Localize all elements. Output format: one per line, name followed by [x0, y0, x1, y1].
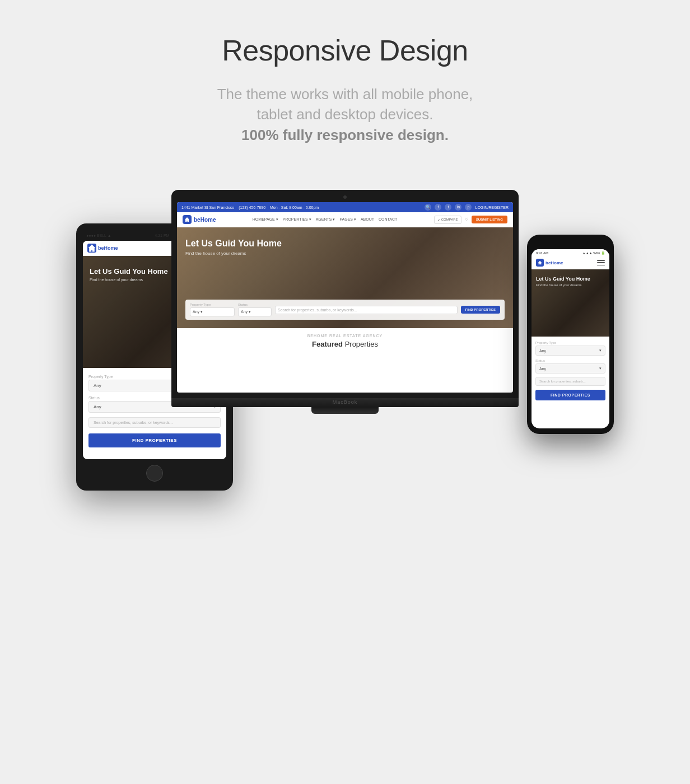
nav-about[interactable]: ABOUT — [361, 217, 374, 222]
laptop-nav-items: HOMEPAGE ▾ PROPERTIES ▾ AGENTS ▾ PAGES ▾… — [253, 217, 398, 222]
phone-hero: Let Us Guid You Home Find the house of y… — [532, 269, 609, 337]
tablet-search-placeholder: Search for properties, suburbs, or keywo… — [94, 421, 173, 424]
desc-line2: tablet and desktop devices. — [257, 106, 433, 123]
laptop-screen: 1441 Market St San Francisco (123) 456-7… — [177, 202, 513, 393]
phone-navbar: beHome — [532, 256, 609, 269]
laptop-navbar: beHome HOMEPAGE ▾ PROPERTIES ▾ AGENTS ▾ … — [177, 212, 513, 227]
phone-search-input[interactable]: Search for properties, suburb... — [535, 377, 605, 386]
laptop-device: 1441 Market St San Francisco (123) 456-7… — [171, 190, 519, 414]
laptop-find-properties-button[interactable]: FIND PROPERTIES — [461, 306, 500, 314]
laptop-login[interactable]: LOGIN/REGISTER — [475, 206, 509, 209]
tablet-hero-subtitle: Find the house of your dreams — [90, 278, 168, 282]
phone-find-properties-button[interactable]: FIND PROPERTIES — [535, 390, 605, 400]
pinterest-icon[interactable]: p — [465, 204, 472, 211]
laptop-base — [171, 398, 519, 407]
tablet-property-type-value: Any — [94, 383, 101, 388]
laptop-hero: Let Us Guid You Home Find the house of y… — [177, 227, 513, 328]
laptop-property-type-select[interactable]: Any ▾ — [190, 307, 235, 316]
laptop-search-input[interactable]: Search for properties, suburbs, or keywo… — [275, 306, 458, 314]
laptop-nav-utils: ✓ COMPARE ♡ SUBMIT LISTING — [434, 216, 507, 224]
menu-line-p2 — [597, 262, 605, 263]
phone-signal-icons: ▲▲▲ WiFi 🔋 — [582, 251, 605, 255]
phone-hero-subtitle: Find the house of your dreams — [536, 283, 590, 287]
phone-hero-content: Let Us Guid You Home Find the house of y… — [536, 276, 590, 287]
laptop-status-label: Status — [238, 303, 272, 306]
laptop-logo: beHome — [183, 215, 216, 224]
tablet-logo: beHome — [87, 244, 118, 253]
phone-logo: beHome — [536, 259, 563, 267]
menu-line-p1 — [597, 260, 605, 261]
compare-label: COMPARE — [441, 218, 458, 221]
phone-notch — [554, 240, 588, 247]
nav-agents[interactable]: AGENTS ▾ — [316, 217, 335, 222]
laptop-status-select[interactable]: Any ▾ — [238, 307, 272, 316]
laptop-search-placeholder: Search for properties, suburbs, or keywo… — [278, 308, 357, 312]
twitter-icon[interactable]: t — [445, 204, 451, 211]
laptop-hero-content: Let Us Guid You Home Find the house of y… — [185, 239, 282, 264]
tablet-search-input[interactable]: Search for properties, suburbs, or keywo… — [88, 417, 221, 428]
laptop-keyword-area: Search for properties, suburbs, or keywo… — [275, 306, 458, 314]
chevron-down-icon-phone: ▾ — [599, 348, 602, 353]
tablet-home-button[interactable] — [146, 465, 163, 482]
featured-bold: Properties — [343, 340, 378, 348]
phone-screen: 9:41 AM ▲▲▲ WiFi 🔋 beHome — [532, 249, 609, 428]
phone-menu-icon[interactable] — [597, 260, 605, 265]
laptop-topbar-left: 1441 Market St San Francisco (123) 456-7… — [181, 206, 319, 209]
phone-logo-text: beHome — [546, 260, 563, 265]
tablet-status-value: Any — [94, 404, 101, 409]
phone-home-icon — [538, 260, 542, 265]
compare-button[interactable]: ✓ COMPARE — [434, 216, 461, 224]
laptop-hours: Mon - Sat: 8:00am - 6:00pm — [270, 206, 319, 209]
laptop-topbar-right: 🔍 f t in p LOGIN/REGISTER — [425, 204, 509, 211]
facebook-icon[interactable]: f — [435, 204, 441, 211]
phone-search-area: Property Type Any ▾ Status Any ▾ Search … — [532, 337, 609, 405]
laptop-logo-icon — [183, 215, 192, 224]
laptop-status-val: Any — [241, 310, 248, 314]
laptop-hero-subtitle: Find the house of your dreams — [185, 251, 282, 256]
home-logo-icon — [184, 217, 190, 222]
phone-hero-title: Let Us Guid You Home — [536, 276, 590, 282]
menu-line-p3 — [597, 265, 605, 266]
laptop-hero-title: Let Us Guid You Home — [185, 239, 282, 249]
chevron-down-icon-phone-2: ▾ — [599, 366, 602, 371]
laptop-search-bar: Property Type Any ▾ Status Any ▾ — [185, 300, 505, 320]
home-icon — [87, 244, 96, 253]
tablet-hero-content: Let Us Guid You Home Find the house of y… — [90, 267, 168, 282]
desc-bold: 100% fully responsive design. — [241, 127, 449, 143]
sub-description: The theme works with all mobile phone, t… — [217, 84, 473, 145]
phone-status-label: Status — [535, 359, 605, 362]
wishlist-icon[interactable]: ♡ — [465, 217, 468, 222]
submit-listing-button[interactable]: SUBMIT LISTING — [472, 216, 507, 223]
search-icon-topbar[interactable]: 🔍 — [425, 204, 431, 211]
phone-status-bar: 9:41 AM ▲▲▲ WiFi 🔋 — [532, 249, 609, 256]
tablet-time: 4:21 PM — [155, 234, 169, 237]
tablet-carrier: ●●●● BELL ▲ — [86, 234, 111, 237]
phone-search-placeholder: Search for properties, suburb... — [539, 380, 586, 383]
laptop-search-area-inner: Property Type Any ▾ — [190, 303, 235, 316]
laptop-featured-title: Featured Properties — [177, 340, 513, 353]
nav-properties[interactable]: PROPERTIES ▾ — [283, 217, 311, 222]
compare-icon: ✓ — [437, 218, 440, 222]
phone-device: 9:41 AM ▲▲▲ WiFi 🔋 beHome — [527, 235, 614, 434]
phone-time: 9:41 AM — [536, 251, 548, 255]
laptop-topbar: 1441 Market St San Francisco (123) 456-7… — [177, 202, 513, 212]
laptop-camera — [343, 195, 347, 199]
laptop-status-area: Status Any ▾ — [238, 303, 272, 316]
laptop-property-type-label: Property Type — [190, 303, 235, 306]
nav-homepage[interactable]: HOMEPAGE ▾ — [253, 217, 278, 222]
laptop-property-type-val: Any — [193, 310, 199, 314]
laptop-agency-label: BEHOME REAL ESTATE AGENCY — [177, 328, 513, 340]
phone-status-select[interactable]: Any ▾ — [535, 363, 605, 374]
phone-status-value: Any — [539, 367, 546, 371]
devices-container: ●●●● BELL ▲ 4:21 PM 100% beHo — [65, 190, 625, 515]
phone-logo-icon — [536, 259, 544, 267]
nav-contact[interactable]: CONTACT — [379, 217, 397, 222]
tablet-find-properties-button[interactable]: FIND PROPERTIES — [88, 433, 221, 447]
instagram-icon[interactable]: in — [455, 204, 461, 211]
featured-normal: Featured — [312, 340, 343, 348]
phone-body: 9:41 AM ▲▲▲ WiFi 🔋 beHome — [527, 235, 614, 434]
laptop-logo-text: beHome — [194, 217, 216, 223]
nav-pages[interactable]: PAGES ▾ — [339, 217, 356, 222]
phone-property-type-value: Any — [539, 349, 546, 353]
phone-property-type-select[interactable]: Any ▾ — [535, 346, 605, 356]
